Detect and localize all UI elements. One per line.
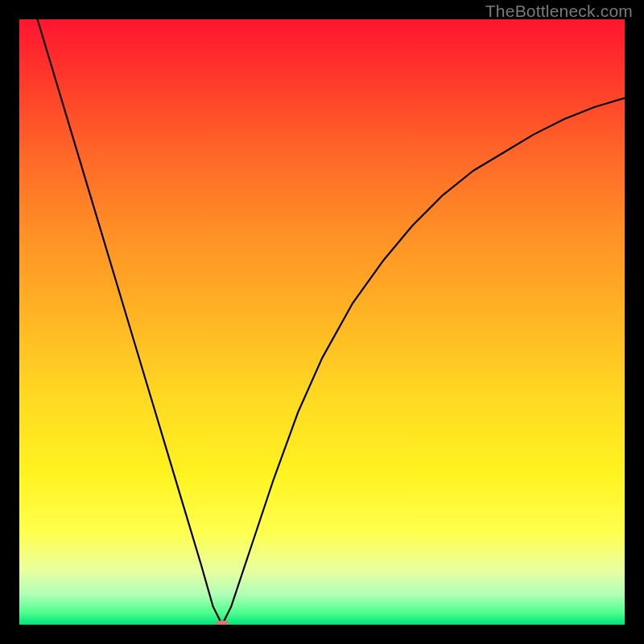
watermark-text: TheBottleneck.com <box>485 2 633 21</box>
plot-area <box>19 19 625 625</box>
chart-frame: TheBottleneck.com <box>0 0 644 644</box>
optimal-point-marker <box>216 621 229 625</box>
bottleneck-curve <box>19 19 625 625</box>
